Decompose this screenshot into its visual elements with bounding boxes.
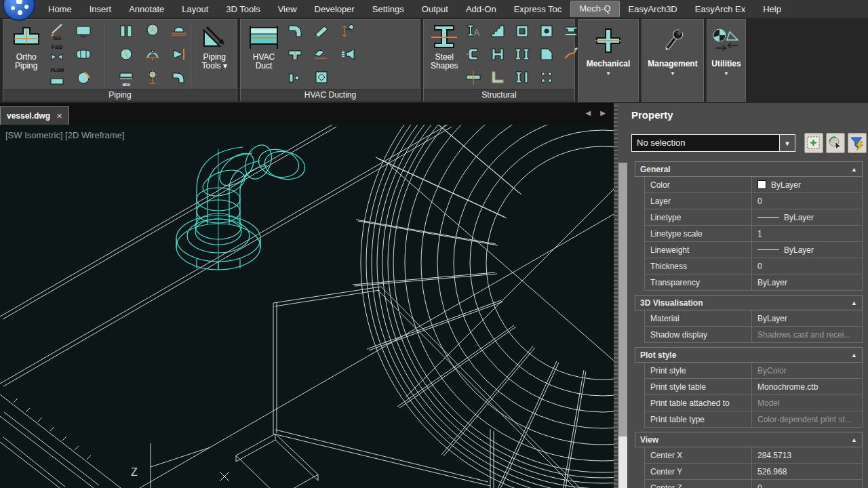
duct-silencer-icon[interactable]	[339, 45, 357, 63]
drawing-tab-vessel[interactable]: vessel.dwg ✕	[0, 106, 69, 125]
double-beam-icon[interactable]	[513, 45, 531, 63]
mechanical-label: Mechanical	[578, 59, 638, 68]
piping-pid-icon[interactable]: P&ID	[48, 45, 66, 63]
quick-select-button[interactable]	[804, 133, 823, 153]
hvac-duct-label-2: Duct	[243, 62, 284, 70]
quick-select-icon	[806, 135, 822, 151]
tank-icon[interactable]	[75, 45, 92, 63]
duct-tee-icon[interactable]	[286, 45, 304, 63]
menu-item-easyarch3d[interactable]: EasyArch3D	[620, 1, 686, 17]
h-beam-icon[interactable]	[489, 45, 507, 63]
tab-close-icon[interactable]: ✕	[56, 112, 62, 121]
ortho-piping-button[interactable]: Ortho Piping	[6, 22, 46, 70]
bent-bar-icon[interactable]	[562, 45, 580, 63]
beam-hatch-icon[interactable]	[465, 68, 482, 86]
nozzle-icon[interactable]	[170, 45, 188, 63]
ribbon-group-structural: Steel Shapes	[423, 19, 575, 102]
model-space-viewport[interactable]: Z [SW Isometric] [2D Wireframe]	[0, 125, 614, 488]
pipe-fitting-icon[interactable]	[117, 22, 135, 40]
linetype-glyph	[757, 217, 779, 218]
piping-tools-label-2: Tools ▾	[195, 62, 235, 70]
hvac-group-label: HVAC Ducting	[241, 89, 420, 101]
top-channel-icon[interactable]	[562, 22, 580, 40]
structural-group-label: Structural	[424, 89, 574, 101]
tab-scroll-right-icon[interactable]: ▶	[600, 109, 606, 117]
valve-icon[interactable]	[144, 22, 161, 40]
property-row-lineweight: Lineweight ByLayer	[644, 242, 863, 258]
duct-riser-icon[interactable]	[339, 22, 357, 40]
sphere-icon[interactable]	[117, 45, 135, 63]
mechanical-caret-icon: ▼	[578, 70, 638, 77]
section-header-3d-visualisation[interactable]: 3D Visualisation ▲	[635, 295, 863, 310]
vessel-wireframe[interactable]	[353, 125, 614, 488]
selection-dropdown[interactable]: No selection	[631, 134, 780, 152]
duct-damper-icon[interactable]	[286, 68, 304, 86]
piping-tools-button[interactable]: Piping Tools ▾	[195, 22, 235, 70]
panel-scrollbar-thumb[interactable]	[618, 436, 627, 488]
hvac-duct-button[interactable]: HVAC Duct	[243, 22, 284, 70]
pipe-label-icon[interactable]: abc	[117, 68, 135, 86]
utilities-dropdown-button[interactable]: Utilities ▼	[707, 19, 746, 102]
stair-icon[interactable]	[489, 22, 507, 40]
channel-icon[interactable]	[465, 45, 482, 63]
piping-separator	[104, 22, 105, 87]
menu-item-developer[interactable]: Developer	[306, 1, 363, 17]
select-objects-icon	[827, 135, 844, 151]
plate-hole-icon[interactable]	[538, 22, 555, 40]
section-header-view[interactable]: View ▲	[635, 432, 863, 447]
section-header-general[interactable]: General ▲	[635, 161, 863, 177]
section-header-plot-style[interactable]: Plot style ▲	[635, 347, 863, 363]
flange-icon[interactable]	[170, 22, 188, 40]
property-row-print-table-attached-to: Print table attached to Model	[644, 395, 863, 411]
duct-slant-icon[interactable]	[313, 22, 330, 40]
menu-item-home[interactable]: Home	[39, 1, 81, 17]
menu-item-insert[interactable]: Insert	[81, 1, 121, 17]
ucs-indicator: Z	[131, 443, 229, 488]
filter-button[interactable]	[848, 133, 867, 153]
panel-scrollbar[interactable]	[618, 163, 627, 488]
square-tube-icon[interactable]	[513, 22, 531, 40]
menu-item-layout[interactable]: Layout	[173, 1, 217, 17]
ribbon: Ortho Piping ISO P&ID PLUM	[0, 18, 868, 103]
management-dropdown-button[interactable]: Management ▼	[642, 19, 704, 102]
piping-iso-icon[interactable]: ISO	[48, 22, 66, 40]
pipe-elbow-icon[interactable]	[170, 68, 188, 86]
menu-item-settings[interactable]: Settings	[363, 1, 413, 17]
menu-item-help[interactable]: Help	[754, 1, 790, 17]
ribbon-group-hvac: HVAC Duct	[240, 19, 420, 102]
piping-plumbing-icon[interactable]: PLUM	[48, 68, 66, 86]
gusset-plate-icon[interactable]	[538, 45, 555, 63]
corner-pipes[interactable]	[0, 394, 121, 488]
selected-elbow-fitting[interactable]	[176, 141, 308, 270]
panel-scrollbar-track[interactable]	[618, 163, 627, 436]
lineweight-glyph	[757, 249, 779, 250]
pipe-hanger-icon[interactable]	[144, 45, 161, 63]
duct-elbow-icon[interactable]	[286, 22, 304, 40]
mechanical-dropdown-button[interactable]: Mechanical ▼	[578, 19, 639, 102]
ribbon-group-piping: Ortho Piping ISO P&ID PLUM	[3, 19, 237, 102]
duct-offset-icon[interactable]	[313, 45, 330, 63]
selection-dropdown-caret[interactable]: ▼	[780, 134, 795, 152]
menu-item-mech-q[interactable]: Mech-Q	[570, 1, 619, 17]
menu-item-view[interactable]: View	[269, 1, 306, 17]
pipe-support-icon[interactable]	[144, 68, 161, 86]
menu-item-express-tools[interactable]: Express Toc	[505, 1, 571, 17]
menu-item-easyarch-ex[interactable]: EasyArch Ex	[686, 1, 754, 17]
pump-icon[interactable]	[75, 68, 92, 86]
utilities-label: Utilities	[707, 59, 745, 68]
corner-angle-icon[interactable]	[489, 68, 507, 86]
select-objects-button[interactable]	[826, 133, 845, 153]
bolt-pattern-icon[interactable]	[538, 68, 555, 86]
menu-item-annotate[interactable]: Annotate	[120, 1, 173, 17]
pipe-monitor-icon[interactable]	[75, 22, 92, 40]
menu-item-3d-tools[interactable]: 3D Tools	[217, 1, 269, 17]
beam-post-icon[interactable]	[513, 68, 531, 86]
steel-shapes-button[interactable]: Steel Shapes	[427, 22, 462, 70]
beam-annotate-icon[interactable]	[465, 22, 482, 40]
wireframe-drawing[interactable]: Z	[0, 125, 614, 488]
tab-scroll-left-icon[interactable]: ◀	[586, 109, 591, 117]
duct-diffuser-icon[interactable]	[313, 68, 330, 86]
menu-item-add-on[interactable]: Add-On	[457, 1, 505, 17]
panel-grip-handle[interactable]	[614, 105, 618, 488]
menu-item-output[interactable]: Output	[413, 1, 457, 17]
